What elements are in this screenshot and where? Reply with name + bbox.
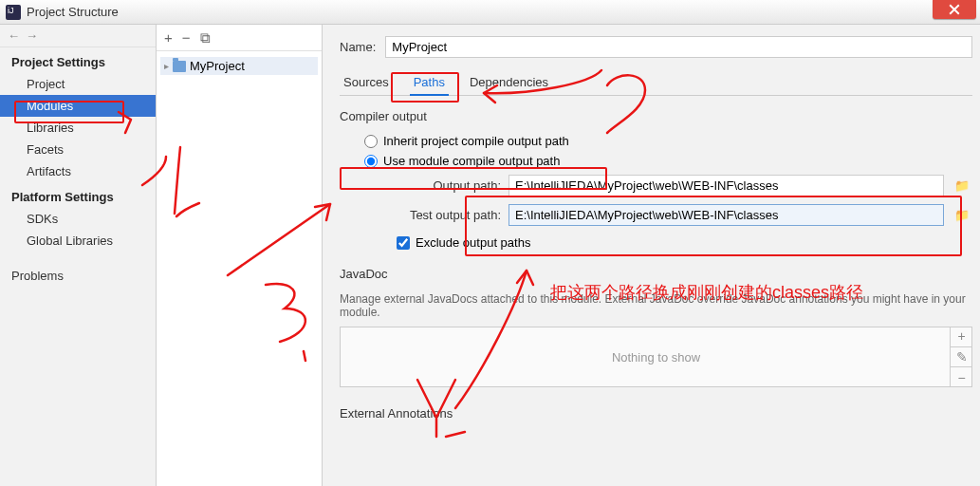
chevron-right-icon: ▸ <box>164 61 169 71</box>
close-button[interactable] <box>933 0 976 19</box>
nav-sdks[interactable]: SDKs <box>0 208 156 230</box>
radio-inherit-label[interactable]: Inherit project compile output path <box>383 134 569 148</box>
detail-panel: Name: Sources Paths Dependencies Compile… <box>323 25 980 486</box>
nav-modules[interactable]: Modules <box>0 95 156 117</box>
tree-toolbar: + − ⧉ <box>157 25 322 51</box>
nav-back-icon[interactable]: ← <box>8 28 20 43</box>
test-output-label: Test output path: <box>397 208 501 222</box>
nav-project[interactable]: Project <box>0 73 156 95</box>
titlebar: Project Structure <box>0 0 980 25</box>
nav-history: ← → <box>0 25 156 47</box>
tab-sources[interactable]: Sources <box>340 71 393 95</box>
exclude-checkbox[interactable] <box>397 236 410 250</box>
tab-paths[interactable]: Paths <box>410 71 449 95</box>
module-tree-panel: + − ⧉ ▸ MyProject <box>157 25 323 486</box>
radio-inherit[interactable] <box>364 135 378 148</box>
radio-use-module[interactable] <box>364 155 378 168</box>
copy-icon[interactable]: ⧉ <box>200 29 211 47</box>
tree-node-label: MyProject <box>190 59 245 73</box>
name-label: Name: <box>340 40 376 54</box>
add-icon[interactable]: + <box>164 29 173 46</box>
nav-forward-icon[interactable]: → <box>26 28 38 43</box>
browse-test-output-icon[interactable]: 📁 <box>952 205 972 226</box>
browse-output-icon[interactable]: 📁 <box>952 176 972 196</box>
tree-node-myproject[interactable]: ▸ MyProject <box>160 57 318 75</box>
remove-icon[interactable]: − <box>182 29 191 46</box>
sidebar: ← → Project Settings Project Modules Lib… <box>0 25 157 486</box>
exclude-label[interactable]: Exclude output paths <box>416 235 530 250</box>
empty-text: Nothing to show <box>612 350 700 364</box>
javadoc-list: Nothing to show + ✎ − <box>340 327 972 387</box>
javadoc-edit-icon[interactable]: ✎ <box>951 347 972 368</box>
javadoc-add-icon[interactable]: + <box>951 327 972 347</box>
section-platform-settings: Platform Settings <box>0 182 156 208</box>
module-name-input[interactable] <box>385 36 972 58</box>
nav-facets[interactable]: Facets <box>0 139 156 160</box>
external-annotations-header: External Annotations <box>340 406 972 421</box>
nav-global-libraries[interactable]: Global Libraries <box>0 230 156 252</box>
javadoc-description: Manage external JavaDocs attached to thi… <box>340 292 972 319</box>
tab-bar: Sources Paths Dependencies <box>340 71 972 96</box>
window-title: Project Structure <box>27 5 119 19</box>
javadoc-remove-icon[interactable]: − <box>951 367 972 387</box>
output-path-label: Output path: <box>397 178 501 193</box>
nav-libraries[interactable]: Libraries <box>0 117 156 139</box>
section-project-settings: Project Settings <box>0 47 156 73</box>
app-icon <box>6 5 21 20</box>
compiler-output-header: Compiler output <box>340 109 972 123</box>
javadoc-header: JavaDoc <box>340 267 972 281</box>
nav-artifacts[interactable]: Artifacts <box>0 160 156 182</box>
tab-dependencies[interactable]: Dependencies <box>466 71 552 95</box>
radio-use-module-label[interactable]: Use module compile output path <box>383 154 560 168</box>
close-icon <box>949 4 960 15</box>
output-path-input[interactable] <box>508 175 944 196</box>
nav-problems[interactable]: Problems <box>0 265 156 287</box>
test-output-input[interactable] <box>508 204 944 226</box>
folder-icon <box>173 61 186 72</box>
